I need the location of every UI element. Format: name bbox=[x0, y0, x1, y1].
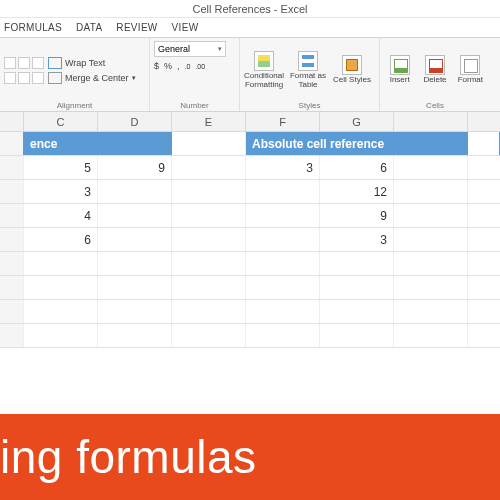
table-row bbox=[0, 324, 500, 348]
cell[interactable] bbox=[246, 252, 320, 275]
cell[interactable] bbox=[98, 252, 172, 275]
cell-styles-button[interactable]: Cell Styles bbox=[332, 55, 372, 85]
insert-button[interactable]: Insert bbox=[384, 55, 415, 85]
cell[interactable] bbox=[172, 252, 246, 275]
cell[interactable] bbox=[24, 252, 98, 275]
cell[interactable]: 3 bbox=[24, 180, 98, 203]
header-right[interactable]: Absolute cell reference bbox=[246, 132, 468, 155]
banner-text: ing formulas bbox=[0, 430, 257, 484]
merge-center-button[interactable]: Merge & Center ▾ bbox=[48, 72, 136, 84]
cell[interactable] bbox=[394, 300, 468, 323]
cell[interactable] bbox=[172, 300, 246, 323]
cell[interactable] bbox=[0, 300, 24, 323]
table-row: 49 bbox=[0, 204, 500, 228]
group-styles: Conditional Formatting Format as Table C… bbox=[240, 38, 380, 111]
table-row bbox=[0, 252, 500, 276]
cell[interactable] bbox=[320, 324, 394, 347]
format-as-table-button[interactable]: Format as Table bbox=[288, 51, 328, 90]
wrap-label: Wrap Text bbox=[65, 58, 105, 68]
cell[interactable] bbox=[172, 276, 246, 299]
cell[interactable]: 9 bbox=[320, 204, 394, 227]
cell[interactable]: 6 bbox=[24, 228, 98, 251]
cell[interactable] bbox=[0, 180, 24, 203]
cell[interactable]: 3 bbox=[320, 228, 394, 251]
col-head-c[interactable]: C bbox=[24, 112, 98, 131]
header-left[interactable]: ence bbox=[24, 132, 98, 155]
col-head-d[interactable]: D bbox=[98, 112, 172, 131]
tab-view[interactable]: VIEW bbox=[172, 22, 199, 33]
cell[interactable] bbox=[0, 276, 24, 299]
col-head-blank[interactable] bbox=[0, 112, 24, 131]
cell[interactable] bbox=[320, 252, 394, 275]
cell[interactable] bbox=[98, 276, 172, 299]
cell[interactable]: 12 bbox=[320, 180, 394, 203]
cell[interactable]: 5 bbox=[24, 156, 98, 179]
col-head-e[interactable]: E bbox=[172, 112, 246, 131]
cell[interactable] bbox=[320, 300, 394, 323]
cell[interactable] bbox=[98, 180, 172, 203]
cell[interactable] bbox=[24, 276, 98, 299]
decrease-decimal-button[interactable]: .00 bbox=[195, 63, 205, 70]
cell[interactable] bbox=[0, 252, 24, 275]
tab-review[interactable]: REVIEW bbox=[116, 22, 157, 33]
cell[interactable] bbox=[24, 300, 98, 323]
cell[interactable] bbox=[0, 204, 24, 227]
group-cells: Insert Delete Format Cells bbox=[380, 38, 490, 111]
cell[interactable] bbox=[98, 228, 172, 251]
cell[interactable] bbox=[98, 300, 172, 323]
cell[interactable] bbox=[394, 228, 468, 251]
cell[interactable] bbox=[394, 252, 468, 275]
currency-button[interactable]: $ bbox=[154, 61, 159, 71]
cell[interactable] bbox=[246, 276, 320, 299]
format-button[interactable]: Format bbox=[455, 55, 486, 85]
cell[interactable] bbox=[172, 132, 246, 155]
col-head-g[interactable]: G bbox=[320, 112, 394, 131]
col-head-f[interactable]: F bbox=[246, 112, 320, 131]
percent-button[interactable]: % bbox=[164, 61, 172, 71]
cell[interactable] bbox=[246, 324, 320, 347]
cell[interactable] bbox=[246, 228, 320, 251]
cell[interactable] bbox=[172, 180, 246, 203]
cell[interactable] bbox=[0, 156, 24, 179]
comma-button[interactable]: , bbox=[177, 61, 180, 71]
cell[interactable] bbox=[172, 228, 246, 251]
align-bottom-row bbox=[4, 72, 44, 84]
cell[interactable] bbox=[98, 324, 172, 347]
cell[interactable] bbox=[468, 132, 500, 155]
col-head-extra[interactable] bbox=[394, 112, 468, 131]
chevron-down-icon: ▾ bbox=[132, 74, 136, 82]
cell[interactable] bbox=[246, 180, 320, 203]
cell[interactable] bbox=[394, 324, 468, 347]
number-format-dropdown[interactable]: General ▾ bbox=[154, 41, 226, 57]
cell[interactable]: 3 bbox=[246, 156, 320, 179]
row-head[interactable] bbox=[0, 132, 24, 155]
tab-data[interactable]: DATA bbox=[76, 22, 102, 33]
cell[interactable] bbox=[320, 276, 394, 299]
cell[interactable]: 4 bbox=[24, 204, 98, 227]
cell[interactable]: 6 bbox=[320, 156, 394, 179]
group-alignment: Wrap Text Merge & Center ▾ Alignment bbox=[0, 38, 150, 111]
increase-decimal-button[interactable]: .0 bbox=[185, 63, 191, 70]
cell[interactable] bbox=[394, 276, 468, 299]
cell[interactable] bbox=[172, 156, 246, 179]
cell[interactable] bbox=[172, 204, 246, 227]
column-headers: C D E F G bbox=[0, 112, 500, 132]
cell[interactable] bbox=[0, 228, 24, 251]
cell[interactable] bbox=[246, 300, 320, 323]
cell[interactable]: 9 bbox=[98, 156, 172, 179]
cell[interactable] bbox=[0, 324, 24, 347]
format-icon bbox=[460, 55, 480, 75]
cell[interactable] bbox=[246, 204, 320, 227]
delete-button[interactable]: Delete bbox=[419, 55, 450, 85]
cell[interactable] bbox=[394, 156, 468, 179]
wrap-text-button[interactable]: Wrap Text bbox=[48, 57, 136, 69]
conditional-formatting-button[interactable]: Conditional Formatting bbox=[244, 51, 284, 90]
tab-formulas[interactable]: FORMULAS bbox=[4, 22, 62, 33]
cell[interactable] bbox=[394, 180, 468, 203]
cell[interactable] bbox=[172, 324, 246, 347]
cell[interactable] bbox=[98, 204, 172, 227]
group-number: General ▾ $ % , .0 .00 Number bbox=[150, 38, 240, 111]
cell[interactable] bbox=[24, 324, 98, 347]
cell[interactable] bbox=[98, 132, 172, 155]
cell[interactable] bbox=[394, 204, 468, 227]
